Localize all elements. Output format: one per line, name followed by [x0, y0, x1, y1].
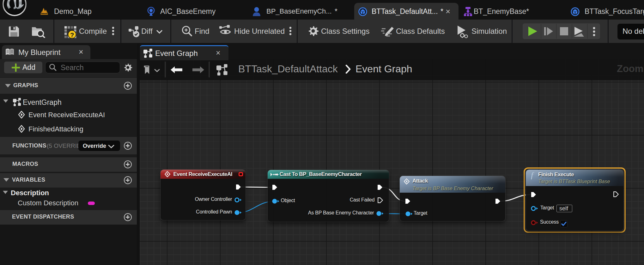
svg-text:?: ? [70, 32, 74, 39]
